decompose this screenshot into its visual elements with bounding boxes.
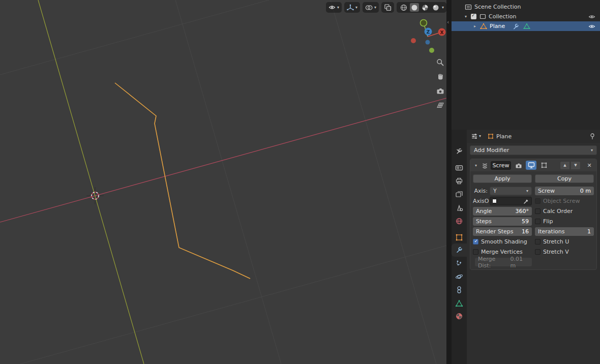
y-axis-line — [38, 0, 144, 364]
outliner-row-scene-collection[interactable]: Scene Collection — [452, 2, 600, 12]
tab-object[interactable] — [452, 231, 467, 244]
pin-button[interactable] — [589, 133, 596, 140]
delete-modifier-button[interactable]: ✕ — [585, 162, 594, 169]
move-modifier-up-button[interactable]: ▲ — [560, 161, 570, 170]
stretch-v-checkbox[interactable]: Stretch V — [535, 249, 569, 255]
object-screw-checkbox[interactable]: Object Screw — [535, 198, 580, 204]
disclosure-open-icon[interactable]: ▾ — [463, 14, 469, 19]
tab-world[interactable] — [452, 215, 467, 228]
screw-profile-curve[interactable] — [115, 83, 250, 279]
modifier-name-field[interactable] — [491, 161, 511, 170]
printer-icon — [455, 177, 463, 185]
modifier-realtime-toggle[interactable] — [526, 161, 536, 170]
modifier-body: Apply Copy Axis: Y ▾ Screw 0 m — [470, 171, 596, 266]
chevron-down-icon: ▾ — [442, 6, 444, 10]
shading-material-button[interactable] — [421, 3, 430, 12]
shading-solid-button[interactable] — [410, 3, 419, 12]
overlays-dropdown[interactable]: ▾ — [363, 2, 379, 13]
tab-physics[interactable] — [452, 270, 467, 283]
editmode-icon — [541, 162, 548, 169]
zoom-tool-button[interactable] — [435, 57, 445, 68]
properties-tab-strip — [452, 130, 467, 364]
world-icon — [455, 217, 463, 225]
shading-rendered-button[interactable] — [431, 3, 440, 12]
iterations-field[interactable]: Iterations 1 — [535, 227, 594, 236]
move-modifier-down-button[interactable]: ▼ — [571, 161, 581, 170]
apply-button[interactable]: Apply — [473, 174, 532, 183]
merge-distance-field[interactable]: Merge Dist: 0.01 m — [475, 258, 532, 266]
eyedropper-button[interactable] — [523, 198, 529, 204]
mesh-data-badge[interactable] — [523, 23, 530, 29]
gizmo-y-positive-ball[interactable] — [429, 48, 434, 53]
gizmo-z-label: Z — [427, 29, 430, 35]
axis-object-field[interactable] — [490, 197, 532, 205]
copy-button[interactable]: Copy — [535, 174, 594, 183]
angle-slider[interactable]: Angle 360° — [473, 207, 532, 216]
region-divider[interactable]: ‹ — [446, 0, 452, 364]
tab-object-data[interactable] — [452, 296, 467, 310]
editor-type-button[interactable]: ▾ — [471, 133, 481, 140]
outliner-panel: Scene Collection ▾ Collection ▸ Plane — [452, 0, 600, 130]
object-visibility-dropdown[interactable]: ▾ — [326, 2, 342, 13]
plane-visibility-toggle[interactable] — [588, 24, 595, 29]
xray-toggle[interactable] — [381, 2, 394, 13]
physics-icon — [455, 272, 463, 281]
pin-icon — [589, 133, 596, 140]
tab-constraints[interactable] — [452, 283, 467, 296]
overlays-icon — [365, 4, 373, 11]
tab-output[interactable] — [452, 174, 467, 188]
collection-visibility-toggle[interactable] — [588, 14, 595, 19]
eye-icon — [588, 24, 595, 29]
wrench-icon — [512, 23, 519, 30]
axis-dropdown[interactable]: Y ▾ — [490, 187, 532, 195]
shading-wireframe-button[interactable] — [399, 3, 408, 12]
collection-icon — [479, 13, 486, 20]
chevron-down-icon: ▾ — [526, 189, 528, 193]
region-collapse-arrow[interactable]: ‹ — [447, 19, 449, 25]
chevron-down-icon: ▾ — [479, 134, 481, 138]
tab-scene[interactable] — [452, 201, 467, 215]
modifier-header: ▾ — [470, 159, 596, 171]
gizmo-y-negative-ball[interactable] — [421, 20, 427, 26]
merge-vertices-checkbox[interactable]: Merge Vertices — [473, 249, 523, 255]
tab-particles[interactable] — [452, 257, 467, 270]
screw-field[interactable]: Screw 0 m — [535, 187, 594, 195]
camera-view-button[interactable] — [435, 86, 445, 96]
tab-render[interactable] — [452, 161, 467, 174]
tab-view-layer[interactable] — [452, 188, 467, 201]
tab-modifiers[interactable] — [452, 244, 467, 257]
outliner-row-plane[interactable]: ▸ Plane — [452, 21, 600, 31]
modifier-editmode-toggle[interactable] — [538, 161, 549, 170]
solid-sphere-icon — [411, 4, 418, 11]
flip-checkbox[interactable]: Flip — [535, 218, 553, 225]
pan-tool-button[interactable] — [435, 72, 445, 82]
tab-tool[interactable] — [452, 145, 467, 158]
properties-editor-icon — [471, 133, 478, 140]
smooth-shading-checkbox[interactable]: Smooth Shading — [473, 238, 527, 245]
mesh-object-icon — [480, 23, 487, 29]
panel-expand-icon[interactable]: ▾ — [473, 163, 479, 168]
material-icon — [455, 312, 463, 320]
tool-icon — [455, 147, 463, 156]
collection-checkbox[interactable] — [471, 14, 476, 19]
modifier-render-toggle[interactable] — [513, 161, 524, 170]
gizmo-x-negative-ball[interactable] — [411, 38, 416, 43]
navigation-gizmo[interactable]: Z X — [407, 16, 446, 55]
calc-order-checkbox[interactable]: Calc Order — [535, 208, 573, 215]
object-breadcrumb-icon — [488, 133, 494, 139]
render-steps-field[interactable]: Render Steps 16 — [473, 227, 532, 236]
gizmos-dropdown[interactable]: ▾ — [344, 2, 360, 13]
outliner-row-collection[interactable]: ▾ Collection — [452, 12, 600, 21]
gizmo-icon — [347, 4, 354, 11]
tab-material[interactable] — [452, 310, 467, 323]
collection-label: Collection — [489, 13, 516, 20]
plane-label: Plane — [490, 23, 505, 29]
steps-field[interactable]: Steps 59 — [473, 217, 532, 226]
gizmo-z-negative-ball[interactable] — [426, 40, 430, 45]
add-modifier-dropdown[interactable]: Add Modifier ▾ — [470, 145, 597, 155]
disclosure-closed-icon[interactable]: ▸ — [472, 24, 478, 28]
3d-viewport[interactable]: ▾ ▾ ▾ — [0, 0, 446, 364]
modifier-badge[interactable] — [512, 23, 519, 30]
stretch-u-checkbox[interactable]: Stretch U — [535, 238, 569, 245]
perspective-toggle-button[interactable] — [435, 100, 445, 110]
